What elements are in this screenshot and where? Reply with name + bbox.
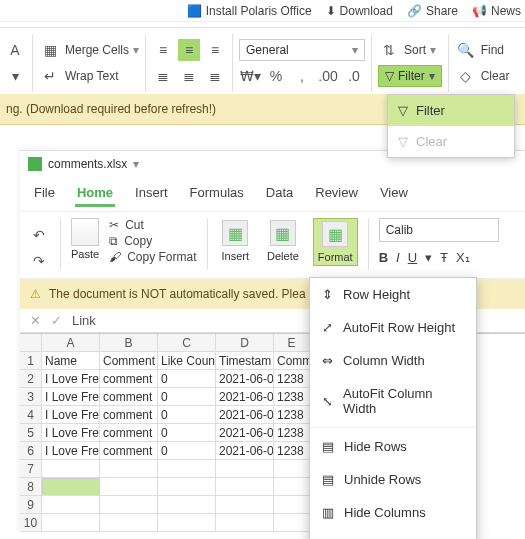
redo-icon[interactable]: ↷	[28, 250, 50, 272]
data-cell[interactable]: 0	[158, 370, 216, 388]
cut-button[interactable]: ✂Cut	[109, 218, 196, 232]
header-cell[interactable]: Comm	[274, 352, 310, 370]
fmt-hide-rows[interactable]: ▤Hide Rows	[310, 430, 476, 463]
fmt-unhide-rows[interactable]: ▤Unhide Rows	[310, 463, 476, 496]
row-header[interactable]: 6	[20, 442, 42, 460]
data-cell[interactable]: 2021-06-0	[216, 388, 274, 406]
data-cell[interactable]: 1238	[274, 424, 310, 442]
data-cell[interactable]: 1238	[274, 370, 310, 388]
comma-icon[interactable]: ,	[291, 65, 313, 87]
inc-decimal-icon[interactable]: .00	[317, 65, 339, 87]
menu-home[interactable]: Home	[75, 181, 115, 207]
copy-button[interactable]: ⧉Copy	[109, 234, 196, 248]
header-cell[interactable]: Comment	[100, 352, 158, 370]
data-cell[interactable]: I Love Fre	[42, 388, 100, 406]
menu-review[interactable]: Review	[313, 181, 360, 207]
data-cell[interactable]: I Love Fre	[42, 406, 100, 424]
filter-dd-filter[interactable]: ▽Filter	[388, 95, 514, 126]
format-button[interactable]: ▦Format	[313, 218, 358, 266]
paste-button[interactable]: Paste	[71, 218, 99, 260]
empty-cell[interactable]	[100, 514, 158, 532]
insert-button[interactable]: ▦Insert	[218, 218, 254, 264]
align-left-icon[interactable]: ≡	[152, 39, 174, 61]
empty-cell[interactable]	[158, 496, 216, 514]
data-cell[interactable]: comment	[100, 424, 158, 442]
empty-cell[interactable]	[158, 460, 216, 478]
number-format-select[interactable]: General▾	[239, 39, 365, 61]
align-right-icon[interactable]: ≡	[204, 39, 226, 61]
align-center-icon[interactable]: ≡	[178, 39, 200, 61]
col-header[interactable]: D	[216, 334, 274, 352]
align-top-icon[interactable]: ≣	[152, 65, 174, 87]
sort-button[interactable]: ⇅Sort▾	[378, 39, 442, 61]
align-middle-icon[interactable]: ≣	[178, 65, 200, 87]
delete-button[interactable]: ▦Delete	[263, 218, 303, 264]
data-cell[interactable]: 0	[158, 406, 216, 424]
wrap-text-button[interactable]: ↵Wrap Text	[39, 65, 139, 87]
news-link[interactable]: 📢 News	[472, 4, 521, 18]
data-cell[interactable]: comment	[100, 388, 158, 406]
italic-button[interactable]: I	[396, 250, 400, 265]
align-bottom-icon[interactable]: ≣	[204, 65, 226, 87]
empty-cell[interactable]	[100, 496, 158, 514]
empty-cell[interactable]	[42, 514, 100, 532]
currency-icon[interactable]: ₩▾	[239, 65, 261, 87]
empty-cell[interactable]	[158, 514, 216, 532]
empty-cell[interactable]	[216, 514, 274, 532]
row-header[interactable]: 1	[20, 352, 42, 370]
data-cell[interactable]: 1238	[274, 406, 310, 424]
empty-cell[interactable]	[158, 478, 216, 496]
empty-cell[interactable]	[100, 460, 158, 478]
row-header[interactable]: 4	[20, 406, 42, 424]
empty-cell[interactable]	[274, 496, 310, 514]
data-cell[interactable]: 0	[158, 424, 216, 442]
empty-cell[interactable]	[42, 496, 100, 514]
menu-file[interactable]: File	[32, 181, 57, 207]
fmt-hide-cols[interactable]: ▥Hide Columns	[310, 496, 476, 529]
font-select[interactable]: Calib	[379, 218, 499, 242]
col-header[interactable]: E	[274, 334, 310, 352]
merge-cells-button[interactable]: ▦Merge Cells▾	[39, 39, 139, 61]
data-cell[interactable]: 2021-06-0	[216, 424, 274, 442]
header-cell[interactable]: Like Coun	[158, 352, 216, 370]
share-link[interactable]: 🔗 Share	[407, 4, 458, 18]
col-header[interactable]: B	[100, 334, 158, 352]
fx-cancel-icon[interactable]: ✕	[30, 313, 41, 328]
data-cell[interactable]: 2021-06-0	[216, 406, 274, 424]
empty-cell[interactable]	[274, 514, 310, 532]
font-color-dd-icon[interactable]: ▾	[4, 65, 26, 87]
col-header[interactable]: A	[42, 334, 100, 352]
data-cell[interactable]: 1238	[274, 388, 310, 406]
row-header[interactable]: 3	[20, 388, 42, 406]
empty-cell[interactable]	[42, 460, 100, 478]
filter-button[interactable]: ▽Filter▾	[378, 65, 442, 87]
data-cell[interactable]: I Love Fre	[42, 442, 100, 460]
undo-icon[interactable]: ↶	[28, 224, 50, 246]
percent-icon[interactable]: %	[265, 65, 287, 87]
empty-cell[interactable]	[216, 460, 274, 478]
clear-button[interactable]: ◇Clear	[455, 65, 510, 87]
data-cell[interactable]: comment	[100, 406, 158, 424]
empty-cell[interactable]	[216, 496, 274, 514]
col-header[interactable]: C	[158, 334, 216, 352]
data-cell[interactable]: 2021-06-0	[216, 370, 274, 388]
empty-cell[interactable]	[274, 478, 310, 496]
row-header[interactable]: 5	[20, 424, 42, 442]
menu-data[interactable]: Data	[264, 181, 295, 207]
fmt-row-height[interactable]: ⇕Row Height	[310, 278, 476, 311]
formula-bar-value[interactable]: Link	[72, 313, 96, 328]
data-cell[interactable]: I Love Fre	[42, 370, 100, 388]
header-cell[interactable]: Name	[42, 352, 100, 370]
font-color-a-icon[interactable]: A	[4, 39, 26, 61]
select-all-cell[interactable]	[20, 334, 42, 352]
fmt-autofit-col[interactable]: ⤡AutoFit Column Width	[310, 377, 476, 425]
install-polaris-link[interactable]: 🟦 Install Polaris Office	[187, 4, 312, 18]
data-cell[interactable]: 1238	[274, 442, 310, 460]
row-header[interactable]: 2	[20, 370, 42, 388]
menu-insert[interactable]: Insert	[133, 181, 170, 207]
row-header[interactable]: 8	[20, 478, 42, 496]
header-cell[interactable]: Timestam	[216, 352, 274, 370]
empty-cell[interactable]	[100, 478, 158, 496]
data-cell[interactable]: comment	[100, 370, 158, 388]
fmt-col-width[interactable]: ⇔Column Width	[310, 344, 476, 377]
